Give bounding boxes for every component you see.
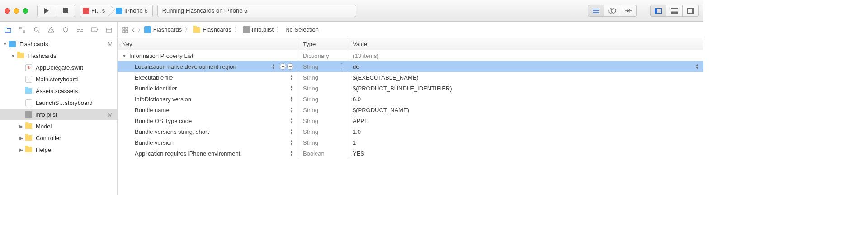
back-button[interactable]: ‹ [132,26,134,34]
key-stepper[interactable]: ▲▼ [272,63,275,70]
tree-row[interactable]: Info.plistM [0,109,117,120]
tree-row[interactable]: Main.storyboard [0,73,117,85]
plist-key: Bundle name [135,107,170,113]
plist-file-icon [25,111,32,118]
stop-button[interactable] [56,5,75,17]
search-navigator-tab[interactable] [33,26,41,34]
plist-type: Dictionary [303,52,329,59]
key-stepper[interactable]: ▲▼ [290,74,293,80]
folder-icon [25,147,32,152]
plist-key: Application requires iPhone environment [135,150,240,157]
run-button[interactable] [37,5,56,17]
plist-value: YES [353,150,364,157]
tree-row[interactable]: Assets.xcassets [0,85,117,97]
tree-row[interactable]: ▶Controller [0,132,117,144]
key-stepper[interactable]: ▲▼ [290,85,293,91]
issue-navigator-tab[interactable] [47,26,55,34]
project-navigator-tab[interactable] [4,26,12,34]
tree-row[interactable]: SAppDelegate.swift [0,61,117,73]
tree-row[interactable]: ▼FlashcardsM [0,38,117,50]
forward-button[interactable]: › [138,26,140,34]
disclosure-triangle-icon[interactable]: ▶ [19,136,24,141]
plist-type: Boolean [303,150,325,157]
svg-rect-10 [671,11,678,13]
jump-bar-item[interactable]: No Selection [285,26,319,33]
toggle-navigator-button[interactable] [650,5,666,17]
plist-type: String [303,118,318,124]
jump-bar-item[interactable]: Flashcards [144,26,182,33]
plist-row[interactable]: Localization native development region▲▼… [118,61,703,72]
svg-rect-12 [692,8,694,13]
plist-value[interactable]: de [353,63,359,70]
plist-root-row[interactable]: ▼Information Property ListDictionary(13 … [118,50,703,61]
plist-type: String [303,96,318,103]
disclosure-triangle-icon[interactable]: ▶ [19,124,24,129]
svg-point-5 [609,9,613,13]
secondary-toolbar: ‹ › Flashcards〉Flashcards〉Info.plist〉No … [0,22,703,38]
jump-bar-label: No Selection [285,26,319,33]
column-key[interactable]: Key [118,38,298,50]
tree-row[interactable]: LaunchS…storyboard [0,97,117,109]
column-type[interactable]: Type [298,38,348,50]
column-value[interactable]: Value [348,38,703,50]
plist-value: APPL [353,118,368,124]
version-editor-button[interactable] [620,5,637,17]
assistant-editor-button[interactable] [604,5,620,17]
key-stepper[interactable]: ▲▼ [290,139,293,146]
disclosure-triangle-icon[interactable]: ▼ [3,42,7,47]
plist-value: 6.0 [353,96,361,103]
jump-bar-item[interactable]: Flashcards [193,26,231,33]
symbol-navigator-tab[interactable] [18,26,26,34]
disclosure-triangle-icon[interactable]: ▼ [122,53,127,58]
disclosure-triangle-icon[interactable]: ▼ [11,53,15,58]
plist-row[interactable]: Executable file▲▼String$(EXECUTABLE_NAME… [118,72,703,83]
disclosure-triangle-icon[interactable]: ▶ [19,147,24,152]
add-row-button[interactable]: + [280,63,286,70]
scheme-selector[interactable]: Fl…s iPhone 6 [80,5,153,17]
close-window-button[interactable] [5,8,10,14]
tree-row[interactable]: ▼Flashcards [0,50,117,61]
key-stepper[interactable]: ▲▼ [290,150,293,156]
svg-point-21 [51,31,51,31]
plist-row[interactable]: Bundle OS Type code▲▼StringAPPL [118,115,703,126]
activity-status: Running Flashcards on iPhone 6 [157,5,356,17]
zoom-window-button[interactable] [23,8,28,14]
plist-row[interactable]: Bundle name▲▼String$(PRODUCT_NAME) [118,104,703,115]
key-stepper[interactable]: ▲▼ [290,128,293,135]
plist-type: String [303,85,318,92]
jump-bar-label: Flashcards [153,26,182,33]
value-stepper[interactable]: ▲▼ [695,63,699,70]
status-text: Running Flashcards on iPhone 6 [162,7,248,14]
toggle-inspector-button[interactable] [683,5,699,17]
type-stepper[interactable]: ⌃⌄ [340,63,343,70]
plist-row[interactable]: Application requires iPhone environment▲… [118,148,703,159]
jump-bar: ‹ › Flashcards〉Flashcards〉Info.plist〉No … [118,22,703,38]
svg-rect-13 [19,27,21,29]
plist-row[interactable]: InfoDictionary version▲▼String6.0 [118,94,703,104]
breakpoint-navigator-tab[interactable] [90,26,99,34]
debug-navigator-tab[interactable] [76,26,84,34]
test-navigator-tab[interactable] [61,26,70,34]
project-icon [9,41,16,47]
plist-key: Information Property List [129,52,193,59]
report-navigator-tab[interactable] [105,26,113,34]
plist-row[interactable]: Bundle identifier▲▼String$(PRODUCT_BUNDL… [118,83,703,94]
related-items-button[interactable] [122,27,128,33]
standard-editor-button[interactable] [588,5,604,17]
minimize-window-button[interactable] [14,8,19,14]
svg-point-17 [34,28,38,31]
remove-row-button[interactable]: − [287,63,293,70]
jump-bar-item[interactable]: Info.plist [243,26,274,33]
key-stepper[interactable]: ▲▼ [290,96,293,102]
plist-row[interactable]: Bundle version▲▼String1 [118,137,703,148]
svg-rect-32 [123,27,125,29]
jump-bar-label: Flashcards [203,26,231,33]
key-stepper[interactable]: ▲▼ [290,107,293,113]
storyboard-file-icon [25,99,32,106]
plist-row[interactable]: Bundle versions string, short▲▼String1.0 [118,126,703,137]
tree-row[interactable]: ▶Model [0,120,117,132]
key-stepper[interactable]: ▲▼ [290,118,293,124]
toggle-debug-area-button[interactable] [666,5,683,17]
plist-file-icon [243,26,250,33]
tree-row[interactable]: ▶Helper [0,144,117,156]
